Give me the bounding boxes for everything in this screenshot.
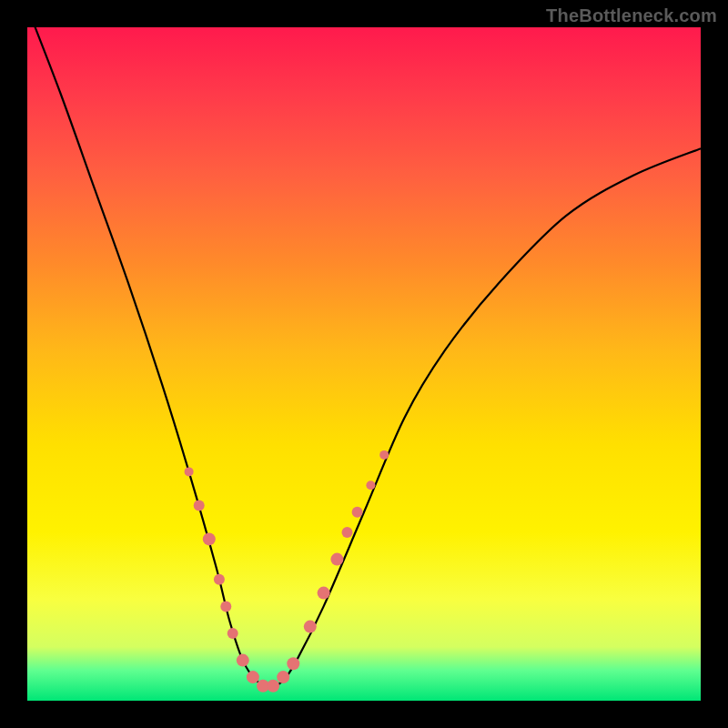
marker-point <box>203 532 216 545</box>
marker-point <box>352 507 363 518</box>
marker-point <box>287 657 299 670</box>
chart-container: TheBottleneck.com <box>0 0 728 728</box>
marker-point <box>267 680 279 693</box>
marker-point <box>330 553 343 566</box>
plot-area <box>27 27 701 701</box>
watermark-text: TheBottleneck.com <box>546 5 717 26</box>
marker-point <box>379 450 389 460</box>
marker-point <box>220 601 231 612</box>
marker-point <box>247 671 259 683</box>
marker-point <box>304 621 317 633</box>
marker-point <box>342 527 353 538</box>
bottleneck-curve <box>27 7 701 687</box>
marker-point <box>237 654 249 667</box>
marker-point <box>318 587 330 600</box>
marker-point <box>228 628 238 639</box>
chart-svg <box>27 27 701 701</box>
marker-group <box>185 450 389 693</box>
marker-point <box>277 671 289 683</box>
marker-point <box>194 500 205 511</box>
marker-point <box>214 574 225 585</box>
marker-point <box>185 467 194 476</box>
marker-point <box>366 480 375 490</box>
